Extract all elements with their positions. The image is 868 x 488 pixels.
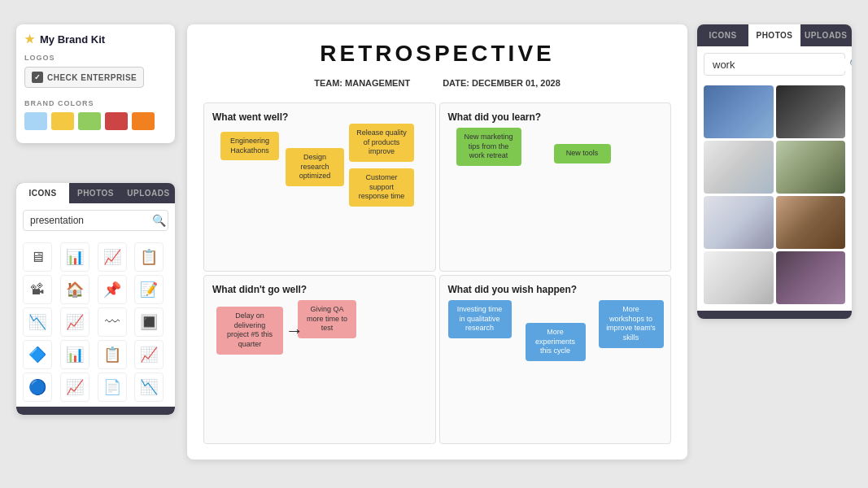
photo-image-5: [704, 196, 774, 249]
star-icon: ★: [24, 33, 35, 46]
brand-colors-label: BRAND COLORS: [24, 99, 167, 107]
color-swatch-4[interactable]: [105, 112, 128, 130]
photo-item-7[interactable]: [704, 251, 774, 304]
team-value: MANAGEMENT: [345, 78, 410, 88]
icon-item[interactable]: 📉: [23, 307, 52, 337]
icon-item[interactable]: 🖥: [23, 242, 52, 272]
sticky-note[interactable]: Release quality of products improve: [349, 124, 414, 162]
date-meta: DATE: DECEMBER 01, 2028: [443, 78, 560, 88]
tab-icons-right[interactable]: ICONS: [697, 24, 748, 46]
color-swatch-2[interactable]: [51, 112, 74, 130]
quadrant-went-well-title: What went well?: [212, 111, 427, 123]
photo-image-4: [776, 141, 846, 194]
photo-image-3: [704, 141, 774, 194]
color-swatch-1[interactable]: [24, 112, 47, 130]
icon-item[interactable]: 📊: [60, 340, 89, 369]
icon-search-panel: ICONS PHOTOS UPLOADS 🔍 🖥 📊 📈 📋 📽 🏠 📌 📝 📉…: [16, 183, 175, 415]
icon-item[interactable]: 🔳: [134, 307, 164, 337]
sticky-note[interactable]: Engineering Hackathons: [220, 132, 279, 160]
team-label: TEAM:: [314, 78, 342, 88]
right-panel-tabs: ICONS PHOTOS UPLOADS: [697, 24, 852, 46]
icon-item[interactable]: 📈: [134, 340, 164, 369]
icon-item[interactable]: 〰: [98, 307, 127, 337]
photo-item-3[interactable]: [704, 141, 774, 194]
logos-label: LOGOS: [24, 54, 167, 62]
tab-photos-left[interactable]: PHOTOS: [69, 183, 122, 203]
check-enterprise-button[interactable]: ✓ CHECK ENTERPRISE: [24, 67, 144, 88]
color-swatch-3[interactable]: [78, 112, 101, 130]
photo-item-5[interactable]: [704, 196, 774, 249]
sticky-note[interactable]: Delay on delivering project #5 this quar…: [216, 307, 283, 355]
tab-icons[interactable]: ICONS: [16, 183, 69, 203]
icon-search-row: 🔍: [23, 210, 168, 231]
quadrant-learn-title: What did you learn?: [448, 111, 663, 123]
icon-item[interactable]: 📌: [98, 275, 127, 304]
icon-item[interactable]: 🏠: [60, 275, 89, 304]
icon-item[interactable]: 📝: [134, 275, 164, 304]
date-label: DATE:: [443, 78, 469, 88]
sticky-note[interactable]: Investing time in qualitative research: [448, 300, 512, 338]
icon-item[interactable]: 🔵: [23, 373, 52, 402]
brand-kit-title: My Brand Kit: [40, 33, 105, 46]
tab-photos-right[interactable]: PHOTOS: [748, 24, 800, 46]
icon-item[interactable]: 📊: [60, 242, 89, 272]
brand-kit-panel: ★ My Brand Kit LOGOS ✓ CHECK ENTERPRISE …: [16, 24, 175, 143]
meta-row: TEAM: MANAGEMENT DATE: DECEMBER 01, 2028: [203, 78, 671, 88]
quadrant-went-well: What went well? Engineering Hackathons D…: [203, 102, 436, 272]
brand-kit-header: ★ My Brand Kit: [24, 33, 167, 46]
photo-image-1: [704, 85, 774, 138]
brand-colors-row: [24, 112, 167, 130]
team-meta: TEAM: MANAGEMENT: [314, 78, 410, 88]
sticky-note[interactable]: More experiments this cycle: [526, 323, 586, 361]
icon-item[interactable]: 📋: [134, 242, 164, 272]
icon-item[interactable]: 📉: [134, 373, 164, 402]
icon-item[interactable]: 📈: [60, 307, 89, 337]
icon-item[interactable]: 📋: [98, 340, 127, 369]
photo-search-input[interactable]: [713, 59, 849, 71]
icon-grid: 🖥 📊 📈 📋 📽 🏠 📌 📝 📉 📈 〰 🔳 🔷 📊 📋 📈 🔵 📈 📄 📉: [16, 237, 175, 407]
photo-item-4[interactable]: [776, 141, 846, 194]
checkmark-icon: ✓: [32, 72, 43, 83]
quadrant-learn: What did you learn? New marketing tips f…: [439, 102, 672, 272]
quadrant-wish: What did you wish happen? Investing time…: [439, 275, 672, 444]
quadrant-didnt-go-well-title: What didn't go well?: [212, 284, 427, 295]
search-icon[interactable]: 🔍: [152, 214, 166, 227]
photo-image-6: [776, 196, 846, 249]
quadrant-wish-title: What did you wish happen?: [448, 284, 663, 295]
icon-item[interactable]: 🔷: [23, 340, 52, 369]
right-panel: ICONS PHOTOS UPLOADS 🔍: [697, 24, 852, 319]
right-search-row: 🔍: [704, 53, 845, 76]
sticky-note[interactable]: Design research optimized: [286, 148, 344, 186]
photo-image-7: [704, 251, 774, 304]
retro-title: RETROSPECTIVE: [203, 41, 671, 67]
date-value: DECEMBER 01, 2028: [472, 78, 560, 88]
icon-panel-footer: [16, 407, 175, 415]
photo-image-8: [776, 251, 846, 304]
photo-item-8[interactable]: [776, 251, 846, 304]
quadrant-didnt-go-well: What didn't go well? Delay on delivering…: [203, 275, 436, 444]
icon-item[interactable]: 📈: [60, 373, 89, 402]
icon-search-input[interactable]: [30, 215, 152, 226]
check-enterprise-label: CHECK ENTERPRISE: [47, 73, 137, 82]
sticky-note[interactable]: Customer support response time: [349, 168, 414, 207]
icon-panel-tabs: ICONS PHOTOS UPLOADS: [16, 183, 175, 203]
sticky-note[interactable]: Giving QA more time to test: [298, 300, 356, 338]
tab-uploads-right[interactable]: UPLOADS: [800, 24, 852, 46]
right-panel-footer: [697, 311, 852, 319]
sticky-note[interactable]: More workshops to improve team's skills: [599, 300, 664, 348]
color-swatch-5[interactable]: [132, 112, 155, 130]
icon-item[interactable]: 📈: [98, 242, 127, 272]
photo-image-2: [776, 85, 846, 138]
photo-item-2[interactable]: [776, 85, 846, 138]
main-canvas: RETROSPECTIVE TEAM: MANAGEMENT DATE: DEC…: [187, 24, 687, 460]
sticky-note[interactable]: New marketing tips from the work retreat: [456, 128, 521, 166]
photo-item-6[interactable]: [776, 196, 846, 249]
icon-item[interactable]: 📄: [98, 373, 127, 402]
photo-grid: [697, 82, 852, 311]
search-icon-right[interactable]: 🔍: [849, 58, 852, 71]
tab-uploads-left[interactable]: UPLOADS: [122, 183, 175, 203]
sticky-note[interactable]: New tools: [554, 144, 611, 163]
icon-item[interactable]: 📽: [23, 275, 52, 304]
photo-item-1[interactable]: [704, 85, 774, 138]
quadrant-grid: What went well? Engineering Hackathons D…: [203, 102, 671, 444]
